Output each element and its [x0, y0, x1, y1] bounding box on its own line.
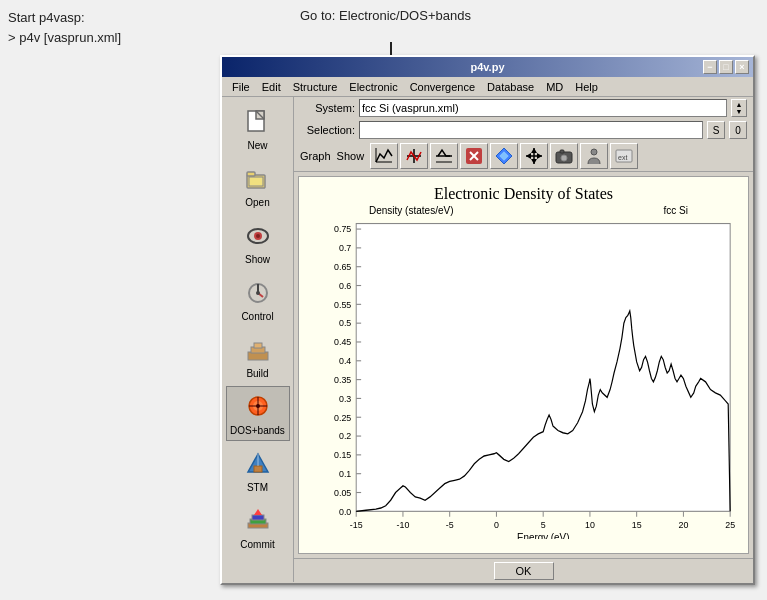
close-button[interactable]: ×: [735, 60, 749, 74]
system-field-row: System: ▲ ▼: [294, 97, 753, 119]
svg-text:20: 20: [678, 518, 688, 530]
svg-rect-4: [247, 172, 255, 176]
svg-text:25: 25: [725, 518, 735, 530]
system-input[interactable]: [359, 99, 727, 117]
svg-rect-22: [254, 466, 262, 472]
sidebar-item-commit[interactable]: Commit: [226, 500, 290, 555]
dosbands-icon: [242, 391, 274, 423]
show-icon: [242, 220, 274, 252]
svg-rect-51: [356, 224, 730, 512]
svg-text:0.5: 0.5: [339, 317, 351, 329]
sidebar-item-build[interactable]: Build: [226, 329, 290, 384]
toolbar-btn-person[interactable]: [580, 143, 608, 169]
svg-text:0.55: 0.55: [334, 298, 351, 310]
svg-text:0.65: 0.65: [334, 261, 351, 273]
graph-area: Electronic Density of States Density (st…: [298, 176, 749, 554]
annotation-left: Start p4vasp: > p4v [vasprun.xml]: [8, 8, 121, 47]
menu-convergence[interactable]: Convergence: [404, 79, 481, 95]
menu-electronic[interactable]: Electronic: [343, 79, 403, 95]
sidebar-control-label: Control: [241, 311, 273, 322]
sidebar-item-open[interactable]: Open: [226, 158, 290, 213]
zero-button[interactable]: 0: [729, 121, 747, 139]
menu-file[interactable]: File: [226, 79, 256, 95]
sidebar-build-label: Build: [246, 368, 268, 379]
toolbar-btn-ext[interactable]: ext: [610, 143, 638, 169]
maximize-button[interactable]: □: [719, 60, 733, 74]
toolbar-btn-graph1[interactable]: [370, 143, 398, 169]
menu-md[interactable]: MD: [540, 79, 569, 95]
svg-text:0.2: 0.2: [339, 430, 351, 442]
svg-text:-10: -10: [397, 518, 410, 530]
sidebar-stm-label: STM: [247, 482, 268, 493]
svg-text:0.0: 0.0: [339, 505, 351, 517]
sidebar-item-show[interactable]: Show: [226, 215, 290, 270]
svg-text:-15: -15: [350, 518, 363, 530]
svg-text:0: 0: [494, 518, 499, 530]
menu-database[interactable]: Database: [481, 79, 540, 95]
toolbar-btn-arrows[interactable]: [520, 143, 548, 169]
toolbar-btn-graph2[interactable]: [400, 143, 428, 169]
svg-marker-27: [254, 509, 262, 515]
sidebar: New Open: [222, 97, 294, 582]
svg-text:0.15: 0.15: [334, 449, 351, 461]
title-bar: p4v.py − □ ×: [222, 57, 753, 77]
right-panel: System: ▲ ▼ Selection: S 0 Graph Show: [294, 97, 753, 582]
system-label: System:: [300, 102, 355, 114]
svg-marker-43: [526, 153, 531, 159]
toolbar-btn-graph3[interactable]: [430, 143, 458, 169]
svg-text:5: 5: [541, 518, 546, 530]
sidebar-item-stm[interactable]: STM: [226, 443, 290, 498]
menu-help[interactable]: Help: [569, 79, 604, 95]
svg-text:0.45: 0.45: [334, 336, 351, 348]
svg-rect-15: [254, 343, 262, 348]
svg-rect-5: [249, 177, 263, 186]
s-button[interactable]: S: [707, 121, 725, 139]
sidebar-item-new[interactable]: New: [226, 101, 290, 156]
toolbar-btn-color1[interactable]: [460, 143, 488, 169]
selection-label: Selection:: [300, 124, 355, 136]
toolbar-btn-camera[interactable]: [550, 143, 578, 169]
svg-text:0.05: 0.05: [334, 486, 351, 498]
selection-input[interactable]: [359, 121, 703, 139]
svg-text:0.7: 0.7: [339, 242, 351, 254]
annotation-top: Go to: Electronic/DOS+bands: [300, 8, 471, 23]
svg-point-8: [256, 234, 260, 238]
window-title: p4v.py: [470, 61, 504, 73]
sidebar-new-label: New: [247, 140, 267, 151]
svg-text:Energy (eV): Energy (eV): [517, 532, 569, 539]
svg-text:0.6: 0.6: [339, 279, 351, 291]
svg-text:-5: -5: [446, 518, 454, 530]
graph-label[interactable]: Graph: [300, 150, 331, 162]
svg-marker-41: [531, 159, 537, 164]
menu-structure[interactable]: Structure: [287, 79, 344, 95]
svg-point-48: [591, 149, 597, 155]
system-scroll-btn[interactable]: ▲ ▼: [731, 99, 747, 117]
ok-button[interactable]: OK: [494, 562, 554, 580]
svg-text:0.35: 0.35: [334, 373, 351, 385]
sidebar-open-label: Open: [245, 197, 269, 208]
svg-text:0.1: 0.1: [339, 468, 351, 480]
graph-subtitle: fcc Si: [664, 205, 688, 216]
control-icon: [242, 277, 274, 309]
sidebar-commit-label: Commit: [240, 539, 274, 550]
app-window: p4v.py − □ × File Edit Structure Electro…: [220, 55, 755, 585]
new-icon: [242, 106, 274, 138]
toolbar-btn-diamond[interactable]: [490, 143, 518, 169]
sidebar-item-dosbands[interactable]: DOS+bands: [226, 386, 290, 441]
minimize-button[interactable]: −: [703, 60, 717, 74]
svg-rect-47: [560, 150, 564, 153]
svg-rect-26: [252, 515, 264, 520]
sidebar-dosbands-label: DOS+bands: [230, 425, 285, 436]
stm-icon: [242, 448, 274, 480]
svg-point-12: [256, 291, 260, 295]
menu-bar: File Edit Structure Electronic Convergen…: [222, 77, 753, 97]
sidebar-show-label: Show: [245, 254, 270, 265]
graph-title: Electronic Density of States: [299, 177, 748, 205]
sidebar-item-control[interactable]: Control: [226, 272, 290, 327]
show-label[interactable]: Show: [337, 150, 365, 162]
svg-text:0.25: 0.25: [334, 411, 351, 423]
svg-text:0.75: 0.75: [334, 223, 351, 235]
svg-point-46: [561, 155, 567, 161]
svg-text:0.3: 0.3: [339, 392, 351, 404]
menu-edit[interactable]: Edit: [256, 79, 287, 95]
